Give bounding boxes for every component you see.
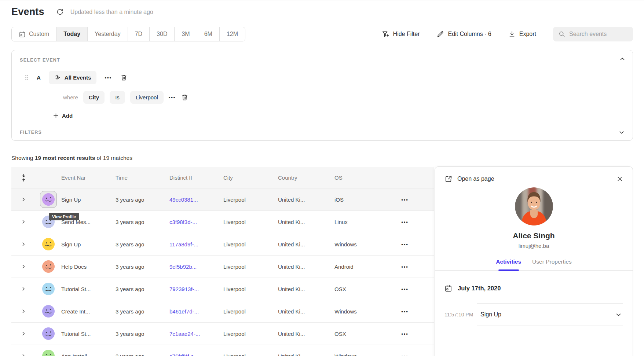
table-row: App Install 3 years ago c76fdf4f-c... Li… [11,345,434,356]
activity-date-row: July 17th, 2020 [444,285,633,292]
user-avatar[interactable] [42,327,55,340]
cell-os: Linux [334,219,391,225]
operator-chip[interactable]: Is [110,91,125,104]
refresh-button[interactable] [56,8,64,16]
user-avatar[interactable] [40,191,57,208]
drag-handle-icon[interactable] [25,75,29,81]
hide-filter-label: Hide Filter [393,31,420,37]
row-more-icon[interactable]: ••• [401,286,409,292]
close-icon [616,176,623,182]
date-tab-today[interactable]: Today [56,27,88,41]
open-as-page-button[interactable]: Open as page [444,175,494,183]
date-tab-label: Custom [29,31,49,37]
cell-distinct-id-link[interactable]: b461ef7d-... [169,308,223,315]
row-more-icon[interactable]: ••• [401,353,409,356]
profile-panel: Open as page [435,166,633,356]
chevron-right-icon[interactable] [21,331,26,336]
user-avatar[interactable] [42,305,55,318]
query-builder-card: SELECT EVENT A All Events ••• [11,50,633,141]
row-more-icon[interactable]: ••• [401,219,409,225]
cell-city: Liverpool [223,219,278,225]
date-tab-label: Today [63,31,80,37]
date-tab-label: 7D [135,31,142,37]
cell-os: Windows [334,241,391,247]
cell-os: Windows [334,308,391,315]
column-header-os[interactable]: OS [334,175,391,181]
search-input[interactable] [569,31,628,37]
cell-distinct-id-link[interactable]: 7c1aae24-... [169,331,223,337]
collapse-rows-icon[interactable] [21,174,26,182]
row-more-icon[interactable]: ••• [401,309,409,314]
add-label: Add [62,113,73,119]
date-tab-3m[interactable]: 3M [175,27,197,41]
property-chip[interactable]: City [83,91,105,104]
cell-os: OSX [334,286,391,292]
view-profile-tooltip: View Profile [49,213,79,220]
cell-os: OSX [334,331,391,337]
cell-distinct-id-link[interactable]: 9cf5b92b... [169,264,223,270]
collapse-section-button[interactable] [619,56,625,62]
more-icon[interactable]: ••• [105,75,112,80]
table-row: Sign Up 3 years ago 117a8d9f-... Liverpo… [11,233,434,256]
column-header-country[interactable]: Country [278,175,334,181]
row-more-icon[interactable]: ••• [401,242,409,247]
chevron-right-icon[interactable] [21,309,26,314]
date-tab-yesterday[interactable]: Yesterday [88,27,128,41]
user-avatar[interactable] [42,260,55,273]
profile-name: Alice Singh [513,231,555,240]
row-more-icon[interactable]: ••• [401,197,409,202]
tab-user-properties[interactable]: User Properties [532,258,572,270]
value-chip[interactable]: Liverpool [130,91,164,104]
activity-expand-row[interactable]: Sign Up [477,303,623,326]
column-header-event-name[interactable]: Event Nar [61,175,116,181]
cell-country: United Ki... [278,286,334,292]
date-tab-6m[interactable]: 6M [197,27,220,41]
date-tab-12m[interactable]: 12M [220,27,245,41]
date-tab-custom[interactable]: Custom [12,27,56,41]
value-label: Liverpool [136,94,158,100]
column-header-distinct-id[interactable]: Distinct II [169,175,223,181]
row-more-icon[interactable]: ••• [401,264,409,269]
chevron-right-icon[interactable] [21,264,26,269]
user-avatar[interactable] [42,350,55,356]
cell-time: 3 years ago [116,219,169,225]
page-title: Events [11,6,44,18]
filters-section-toggle[interactable]: FILTERS [12,124,633,140]
cell-distinct-id-link[interactable]: 117a8d9f-... [169,241,223,247]
column-header-city[interactable]: City [223,175,278,181]
cell-distinct-id-link[interactable]: 7923913f-... [169,286,223,292]
cell-distinct-id-link[interactable]: 49cc0381... [169,197,223,203]
hide-filter-button[interactable]: Hide Filter [381,30,420,38]
pencil-icon [436,30,444,38]
add-event-button[interactable]: Add [53,113,625,119]
cell-country: United Ki... [278,331,334,337]
cell-distinct-id-link[interactable]: c3f98f3d-... [169,219,223,225]
chevron-right-icon[interactable] [21,197,26,202]
more-icon[interactable]: ••• [169,95,176,100]
table-row: Tutorial St... 3 years ago 7c1aae24-... … [11,323,434,345]
close-panel-button[interactable] [616,176,623,182]
edit-columns-button[interactable]: Edit Columns · 6 [436,30,491,38]
tab-activities[interactable]: Activities [496,258,521,270]
cell-country: United Ki... [278,197,334,203]
column-header-time[interactable]: Time [116,175,169,181]
chevron-right-icon[interactable] [21,353,26,356]
date-tab-7d[interactable]: 7D [128,27,150,41]
search-events-box[interactable] [553,27,633,41]
export-button[interactable]: Export [508,30,536,38]
chevron-right-icon[interactable] [21,219,26,224]
date-tab-30d[interactable]: 30D [150,27,175,41]
operator-label: Is [115,94,120,100]
user-avatar[interactable] [42,238,55,250]
cell-distinct-id-link[interactable]: c76fdf4f-c... [169,353,223,356]
event-selector-button[interactable]: All Events [49,71,97,84]
row-more-icon[interactable]: ••• [401,331,409,337]
chevron-down-icon [615,312,622,318]
chevron-right-icon[interactable] [21,286,26,291]
chevron-right-icon[interactable] [21,242,26,247]
activity-time: 11:57:10 PM [444,303,477,326]
user-avatar[interactable] [42,283,55,295]
delete-event-button[interactable] [120,74,128,81]
table-row: Tutorial St... 3 years ago 7923913f-... … [11,278,434,300]
delete-clause-button[interactable] [181,93,189,101]
